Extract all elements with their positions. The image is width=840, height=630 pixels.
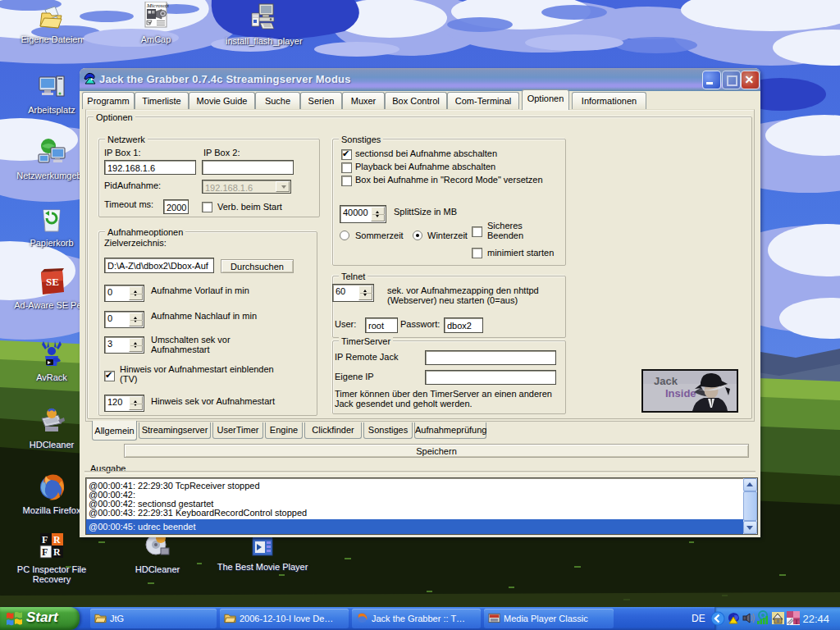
svg-text:SE: SE xyxy=(46,276,59,288)
svg-text:F: F xyxy=(42,546,48,558)
svg-text:T: T xyxy=(794,618,799,626)
svg-text:Microsoft: Microsoft xyxy=(146,2,169,9)
svg-text:R: R xyxy=(53,534,61,546)
svg-text:Inside: Inside xyxy=(665,387,696,399)
svg-text:F: F xyxy=(42,534,48,546)
svg-text:Jack: Jack xyxy=(654,375,678,387)
svg-text:R: R xyxy=(53,546,61,558)
